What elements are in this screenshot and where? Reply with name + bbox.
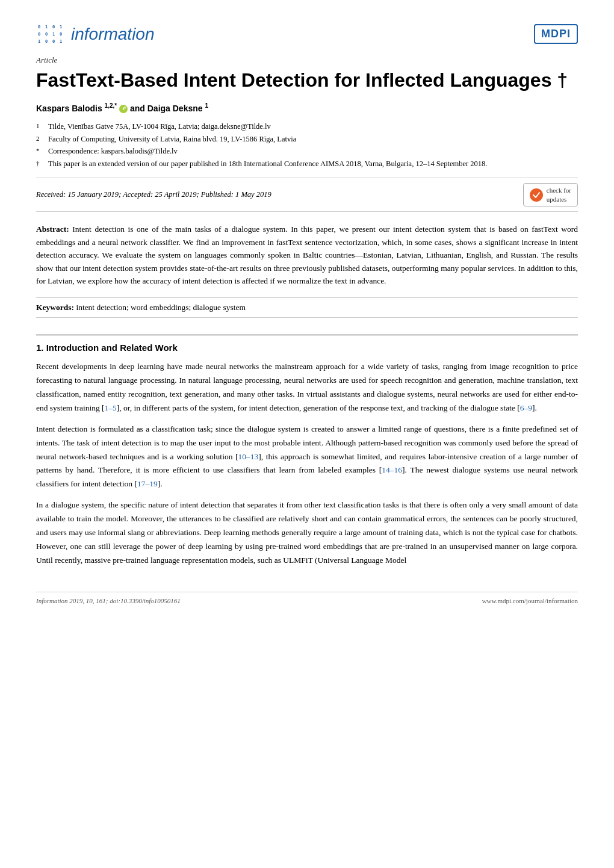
footer-citation: Information 2019, 10, 161; doi:10.3390/i… bbox=[36, 597, 181, 604]
keywords-label: Keywords: bbox=[36, 303, 74, 312]
journal-name-label: information bbox=[71, 25, 155, 44]
affil-text-1: Tilde, Vienības Gatve 75A, LV-1004 Rīga,… bbox=[48, 122, 271, 132]
affil-text-dagger: This paper is an extended version of our… bbox=[48, 159, 487, 170]
affil-text-star: Correspondence: kaspars.balodis@Tilde.lv bbox=[48, 146, 178, 157]
affil-num-2: 2 bbox=[36, 134, 45, 145]
author1-name: Kaspars Balodis bbox=[36, 104, 105, 113]
keywords-section: Keywords: intent detection; word embeddi… bbox=[36, 297, 578, 318]
intro-paragraph-1: Recent developments in deep learning hav… bbox=[36, 360, 578, 415]
authors-row: Kaspars Balodis 1,2,* 𝒪 and Daiga Deksne… bbox=[36, 102, 578, 113]
affil-num-star: * bbox=[36, 146, 45, 157]
received-dates: Received: 15 January 2019; Accepted: 25 … bbox=[36, 190, 271, 199]
paper-title: FastText-Based Intent Detection for Infl… bbox=[36, 69, 578, 91]
affiliation-1: 1 Tilde, Vienības Gatve 75A, LV-1004 Rīg… bbox=[36, 122, 578, 132]
ref-14-16[interactable]: 14–16 bbox=[382, 465, 402, 474]
author1-sup: 1,2,* bbox=[105, 102, 117, 109]
author2-sup: 1 bbox=[205, 102, 208, 109]
authors-text: Kaspars Balodis 1,2,* 𝒪 and Daiga Deksne… bbox=[36, 102, 208, 113]
orcid-icon[interactable]: 𝒪 bbox=[119, 105, 128, 113]
section-title-introduction: 1. Introduction and Related Work bbox=[36, 335, 578, 353]
affiliations-section: 1 Tilde, Vienības Gatve 75A, LV-1004 Rīg… bbox=[36, 122, 578, 169]
affil-num-dagger: † bbox=[36, 159, 45, 170]
section-introduction: 1. Introduction and Related Work Recent … bbox=[36, 335, 578, 568]
bit-grid-icon: 0 1 0 1 0 0 1 0 1 0 0 1 bbox=[36, 24, 64, 45]
abstract-section: Abstract: Intent detection is one of the… bbox=[36, 223, 578, 288]
affil-num-1: 1 bbox=[36, 122, 45, 132]
ref-17-19[interactable]: 17–19 bbox=[137, 479, 158, 488]
article-type-label: Article bbox=[36, 55, 578, 65]
affiliation-correspondence: * Correspondence: kaspars.balodis@Tilde.… bbox=[36, 146, 578, 157]
check-updates-badge[interactable]: check for updates bbox=[523, 183, 578, 206]
author2-name: and Daiga Deksne bbox=[130, 104, 205, 113]
check-updates-line1: check for bbox=[547, 186, 571, 194]
keywords-body: intent detection; word embeddings; dialo… bbox=[74, 303, 246, 312]
mdpi-logo: MDPI bbox=[534, 24, 578, 44]
abstract-body: Intent detection is one of the main task… bbox=[36, 225, 578, 285]
check-updates-line2: updates bbox=[547, 195, 571, 203]
affiliation-2: 2 Faculty of Computing, University of La… bbox=[36, 134, 578, 145]
check-updates-text: check for updates bbox=[547, 186, 571, 203]
check-updates-icon bbox=[530, 188, 543, 202]
intro-paragraph-3: In a dialogue system, the specific natur… bbox=[36, 498, 578, 568]
affiliation-dagger: † This paper is an extended version of o… bbox=[36, 159, 578, 170]
ref-6-9[interactable]: 6–9 bbox=[520, 403, 532, 412]
dates-row: Received: 15 January 2019; Accepted: 25 … bbox=[36, 178, 578, 212]
page-footer: Information 2019, 10, 161; doi:10.3390/i… bbox=[36, 592, 578, 604]
keywords-text: Keywords: intent detection; word embeddi… bbox=[36, 303, 578, 312]
abstract-text: Abstract: Intent detection is one of the… bbox=[36, 223, 578, 288]
ref-1-5[interactable]: 1–5 bbox=[105, 403, 117, 412]
ref-10-13[interactable]: 10–13 bbox=[238, 452, 259, 461]
affil-text-2: Faculty of Computing, University of Latv… bbox=[48, 134, 296, 145]
page-header: 0 1 0 1 0 0 1 0 1 0 0 1 information MDPI bbox=[36, 24, 578, 45]
journal-logo: 0 1 0 1 0 0 1 0 1 0 0 1 information bbox=[36, 24, 155, 45]
intro-paragraph-2: Intent detection is formulated as a clas… bbox=[36, 423, 578, 492]
footer-url: www.mdpi.com/journal/information bbox=[482, 597, 578, 604]
abstract-label: Abstract: bbox=[36, 225, 69, 234]
